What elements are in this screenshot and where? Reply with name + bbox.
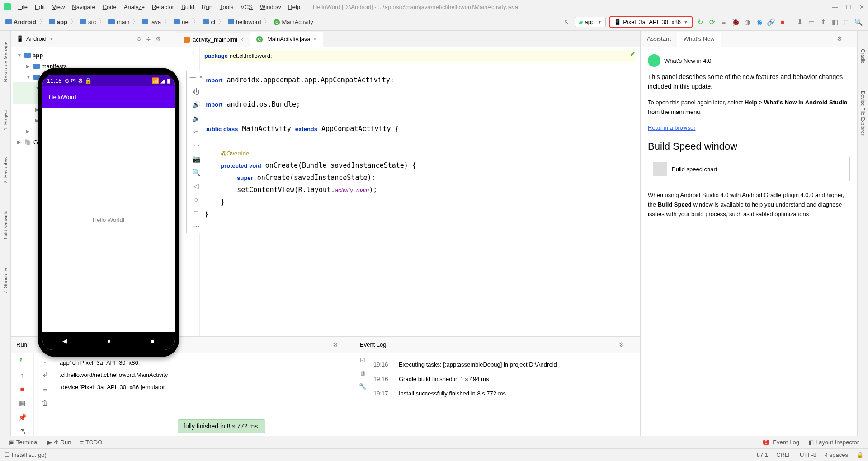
menu-refactor[interactable]: Refactor [148, 4, 178, 10]
apply-changes-button[interactable]: ⟳ [706, 16, 718, 28]
close-tab-icon[interactable]: × [240, 37, 243, 43]
menu-window[interactable]: Window [256, 4, 284, 10]
gear-icon[interactable]: ⚙ [333, 341, 338, 348]
breadcrumb-java[interactable]: java [140, 18, 163, 26]
target-icon[interactable]: ⊙ [137, 35, 142, 42]
tool-resource-manager[interactable]: Resource Manager [3, 40, 8, 82]
indent-setting[interactable]: 4 spaces [825, 452, 848, 458]
close-icon[interactable]: ✕ [859, 4, 864, 10]
stop-icon[interactable]: ■ [20, 385, 24, 393]
menu-view[interactable]: View [48, 4, 68, 10]
menu-analyze[interactable]: Analyze [120, 4, 148, 10]
breadcrumb-mainactivity[interactable]: CMainActivity [272, 18, 315, 26]
tree-app[interactable]: ▼app [13, 50, 175, 61]
caret-position[interactable]: 87:1 [757, 452, 768, 458]
breadcrumb-cl[interactable]: cl [201, 18, 217, 26]
bb-todo[interactable]: ≡ TODO [75, 439, 107, 446]
tab-activity-main-xml[interactable]: activity_main.xml× [177, 33, 250, 47]
tab-mainactivity-java[interactable]: C MainActivity.java× [250, 32, 323, 47]
close-tab-icon[interactable]: × [313, 36, 316, 42]
volume-down-icon[interactable]: 🔉 [192, 114, 201, 122]
menu-edit[interactable]: Edit [31, 4, 48, 10]
minimize-panel-icon[interactable]: — [847, 35, 853, 42]
emulator-window[interactable]: 11:18⊙ ✉ ⚙ 🔒 📶 ◢ ▮ HelloWord Hello World… [38, 68, 179, 357]
run-button[interactable]: ↻ [694, 16, 706, 28]
nav-back-icon[interactable]: ◀ [62, 338, 67, 344]
check-icon[interactable]: ☑ [360, 357, 365, 363]
pin-icon[interactable]: 📌 [18, 414, 27, 422]
search-icon[interactable]: 🔍 [853, 16, 864, 28]
minimize-panel-icon[interactable]: — [629, 341, 635, 348]
breadcrumb-helloword[interactable]: helloword [226, 18, 263, 26]
breadcrumb-android[interactable]: Android [4, 18, 38, 26]
volume-up-icon[interactable]: 🔊 [192, 101, 201, 109]
camera-icon[interactable]: 📷 [192, 155, 201, 163]
nav-home-icon[interactable]: ● [107, 338, 111, 344]
emu-close-icon[interactable]: × [199, 74, 203, 80]
bb-layout-inspector[interactable]: ◧ Layout Inspector [804, 439, 863, 446]
project-view-selector[interactable]: Android [26, 35, 47, 42]
back-icon[interactable]: ◁ [193, 182, 199, 190]
zoom-icon[interactable]: 🔍 [192, 169, 201, 177]
breadcrumb-app[interactable]: app [47, 18, 69, 26]
breadcrumb-main[interactable]: main [107, 18, 131, 26]
coverage-icon[interactable]: ◑ [741, 16, 753, 28]
attach-debugger-icon[interactable]: 🔗 [765, 16, 777, 28]
tab-whats-new[interactable]: What's New [677, 32, 721, 47]
read-in-browser-link[interactable]: Read in a browser [648, 124, 696, 131]
print-icon[interactable]: 🖶 [19, 428, 26, 436]
whats-new-body[interactable]: What's New in 4.0 This panel describes s… [641, 47, 857, 436]
nav-back-icon[interactable]: ↖ [561, 16, 573, 28]
filter-icon[interactable]: ↓ [43, 357, 47, 364]
chevron-down-icon[interactable]: ▼ [49, 36, 54, 41]
home-icon[interactable]: ○ [194, 196, 198, 203]
run-config-dropdown[interactable]: ▰ app▼ [575, 17, 606, 27]
avd-manager-icon[interactable]: ▭ [806, 16, 817, 28]
emulator-screen[interactable]: 11:18⊙ ✉ ⚙ 🔒 📶 ◢ ▮ HelloWord Hello World… [42, 75, 175, 350]
overview-icon[interactable]: □ [194, 209, 198, 216]
wrap-icon[interactable]: ↲ [42, 371, 48, 379]
more-icon[interactable]: ⋯ [193, 222, 200, 230]
menu-file[interactable]: File [14, 4, 31, 10]
breadcrumb-net[interactable]: net [172, 18, 192, 26]
bb-event-log[interactable]: 5Event Log [759, 439, 804, 446]
bb-run[interactable]: ▶ 4: Run [43, 439, 75, 446]
gear-icon[interactable]: ⚙ [619, 341, 624, 348]
tool-gradle[interactable]: Gradle [860, 49, 866, 64]
lock-icon[interactable]: 🔒 [856, 452, 863, 458]
tool-structure[interactable]: 7: Structure [3, 268, 8, 294]
menu-tools[interactable]: Tools [216, 4, 237, 10]
nav-overview-icon[interactable]: ■ [151, 338, 155, 344]
menu-run[interactable]: Run [198, 4, 216, 10]
tab-assistant[interactable]: Assistant [641, 32, 677, 46]
clear-icon[interactable]: 🗑 [42, 399, 48, 407]
box-icon[interactable]: ⬚ [841, 16, 853, 28]
tool-build-variants[interactable]: Build Variants [3, 211, 8, 241]
up-icon[interactable]: ↑ [20, 371, 24, 379]
menu-build[interactable]: Build [178, 4, 198, 10]
layout-icon[interactable]: ▦ [19, 399, 25, 407]
menu-vcs[interactable]: VCS [237, 4, 256, 10]
event-log-output[interactable]: 19:16Executing tasks: [:app:assembleDebu… [371, 353, 640, 436]
tool-favorites[interactable]: 2: Favorites [3, 157, 8, 183]
emu-min-icon[interactable]: — [190, 74, 196, 80]
resource-manager-icon[interactable]: ◧ [829, 16, 841, 28]
trash-icon[interactable]: 🗑 [360, 370, 366, 376]
file-encoding[interactable]: UTF-8 [800, 452, 816, 458]
tool-device-file-explorer[interactable]: Device File Explorer [860, 91, 866, 135]
maximize-icon[interactable]: ☐ [846, 4, 851, 10]
gear-icon[interactable]: ⚙ [156, 35, 161, 42]
line-ending[interactable]: CRLF [776, 452, 792, 458]
minimize-icon[interactable]: — [832, 4, 838, 10]
device-dropdown[interactable]: 📱 Pixel_3a_API_30_x86▼ [609, 16, 693, 28]
menu-help[interactable]: Help [284, 4, 304, 10]
sync-icon[interactable]: ⬇ [794, 16, 806, 28]
power-icon[interactable]: ⏻ [193, 88, 200, 95]
wrench-icon[interactable]: 🔧 [359, 383, 366, 390]
tool-project[interactable]: 1: Project [3, 109, 8, 130]
minimize-panel-icon[interactable]: — [165, 35, 171, 42]
scroll-icon[interactable]: ≡ [43, 385, 47, 393]
run-activity-icon[interactable]: ≡ [718, 16, 730, 28]
breadcrumb-src[interactable]: src [78, 18, 98, 26]
expand-icon[interactable]: ≑ [146, 35, 151, 42]
